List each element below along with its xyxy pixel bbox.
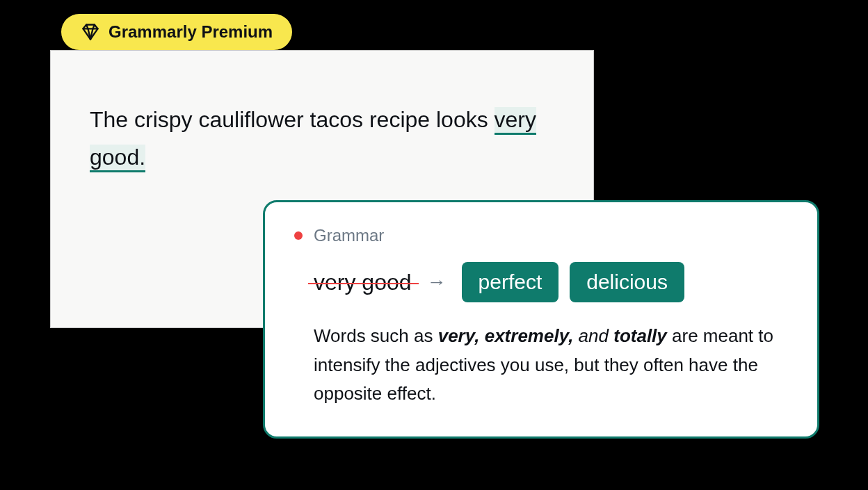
strikethrough-line-icon <box>308 283 419 284</box>
exp-emph: extremely, <box>485 325 574 346</box>
sentence-pre: The crispy cauliflower tacos recipe look… <box>90 107 495 132</box>
exp-emph: very <box>438 325 475 346</box>
severity-dot-icon <box>294 231 303 240</box>
diamond-icon <box>81 22 100 42</box>
suggestion-row: very good → perfect delicious <box>294 262 788 302</box>
exp-text: Words such as <box>314 325 438 346</box>
replacement-chip[interactable]: delicious <box>570 262 684 302</box>
arrow-right-icon: → <box>427 271 447 293</box>
exp-text: and <box>573 325 613 346</box>
exp-emph: totally <box>613 325 667 346</box>
replacement-chips: perfect delicious <box>462 262 684 302</box>
replacement-chip[interactable]: perfect <box>462 262 559 302</box>
premium-badge: Grammarly Premium <box>61 14 292 50</box>
original-phrase-wrap: very good <box>314 270 412 295</box>
suggestion-card: Grammar very good → perfect delicious Wo… <box>263 200 819 439</box>
suggestion-explanation: Words such as very, extremely, and total… <box>294 322 788 409</box>
suggestion-header: Grammar <box>294 226 788 245</box>
exp-text: , <box>474 325 484 346</box>
premium-badge-label: Grammarly Premium <box>108 22 273 42</box>
original-phrase: very good <box>314 270 412 295</box>
suggestion-category: Grammar <box>314 226 384 245</box>
editor-sentence: The crispy cauliflower tacos recipe look… <box>90 101 554 177</box>
